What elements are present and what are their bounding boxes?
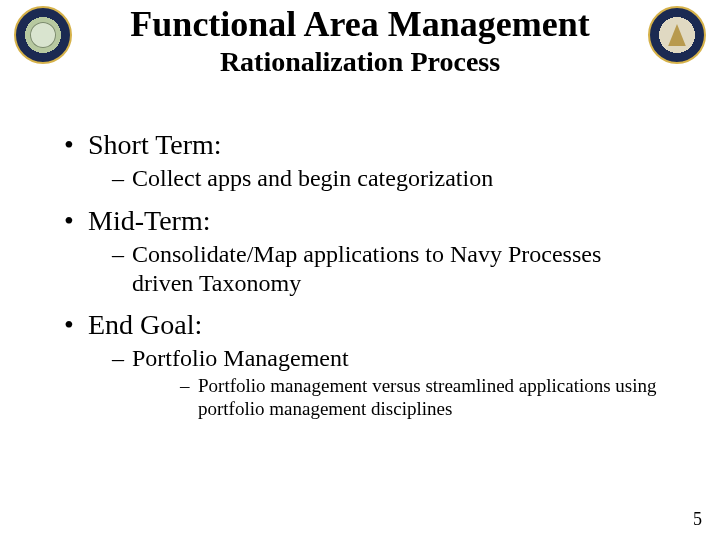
sub-list: Consolidate/Map applications to Navy Pro… xyxy=(88,240,660,298)
sub-bullet: Collect apps and begin categorization xyxy=(112,164,660,193)
sub-sub-bullet: Portfolio management versus streamlined … xyxy=(180,375,660,421)
sub-bullet: Portfolio Management Portfolio managemen… xyxy=(112,344,660,420)
slide-header: Functional Area Management Rationalizati… xyxy=(0,0,720,79)
sub-sub-list: Portfolio management versus streamlined … xyxy=(132,375,660,421)
bullet-list: Short Term: Collect apps and begin categ… xyxy=(60,127,660,421)
bullet-label: Mid-Term: xyxy=(88,205,210,236)
sub-bullet-text: Portfolio Management xyxy=(132,345,349,371)
bullet-mid-term: Mid-Term: Consolidate/Map applications t… xyxy=(60,203,660,298)
slide-title: Functional Area Management xyxy=(0,4,720,45)
page-number: 5 xyxy=(693,509,702,530)
slide: Functional Area Management Rationalizati… xyxy=(0,0,720,540)
bullet-short-term: Short Term: Collect apps and begin categ… xyxy=(60,127,660,193)
sub-list: Portfolio Management Portfolio managemen… xyxy=(88,344,660,420)
slide-subtitle: Rationalization Process xyxy=(0,45,720,79)
bullet-end-goal: End Goal: Portfolio Management Portfolio… xyxy=(60,307,660,420)
bullet-label: End Goal: xyxy=(88,309,202,340)
sub-list: Collect apps and begin categorization xyxy=(88,164,660,193)
bullet-label: Short Term: xyxy=(88,129,222,160)
sub-bullet: Consolidate/Map applications to Navy Pro… xyxy=(112,240,660,298)
slide-body: Short Term: Collect apps and begin categ… xyxy=(0,79,720,421)
